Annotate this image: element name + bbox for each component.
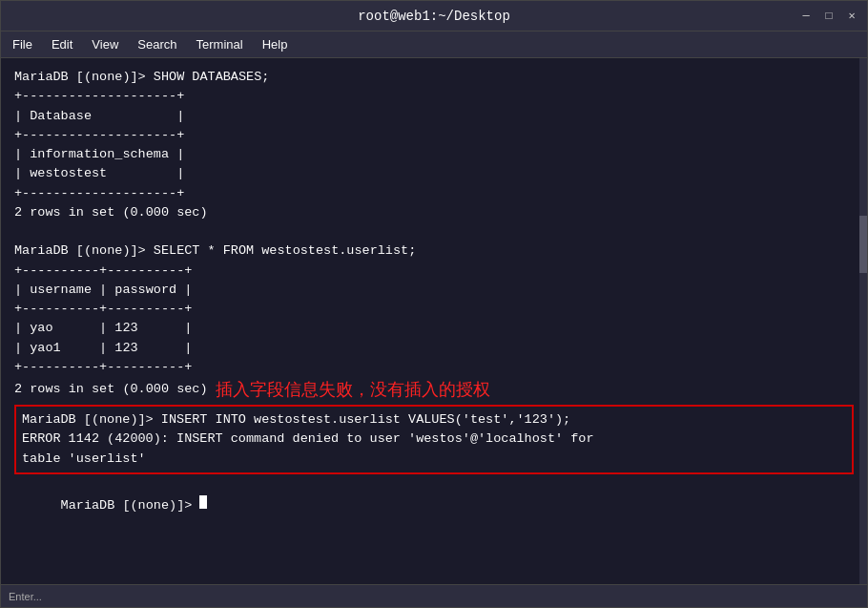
menu-terminal[interactable]: Terminal [189,35,251,53]
window-controls: — □ ✕ [798,9,859,24]
menu-help[interactable]: Help [255,35,296,53]
terminal-line: | westostest | [14,164,854,183]
error-block: MariaDB [(none)]> INSERT INTO westostest… [14,405,854,474]
terminal-line: MariaDB [(none)]> SELECT * FROM westoste… [14,241,854,261]
terminal-line: | Database | [14,107,854,126]
title-bar: root@web1:~/Desktop — □ ✕ [1,1,867,31]
scrollbar[interactable] [859,58,867,584]
terminal-line: +----------+----------+ [14,262,854,281]
terminal-line: +--------------------+ [14,184,854,203]
menu-edit[interactable]: Edit [44,35,80,53]
terminal-line: +----------+----------+ [14,300,854,319]
menu-file[interactable]: File [5,35,40,53]
error-line-2: ERROR 1142 (42000): INSERT command denie… [22,430,846,449]
close-button[interactable]: ✕ [844,9,859,24]
terminal-line: | information_schema | [14,145,854,164]
prompt-text: MariaDB [(none)]> [61,498,200,513]
terminal-line: +--------------------+ [14,87,854,106]
terminal-line: +----------+----------+ [14,358,854,377]
terminal-blank [14,222,854,241]
annotation-text: 插入字段信息失败，没有插入的授权 [216,377,490,403]
bottom-hint: Enter... [9,591,42,602]
minimize-button[interactable]: — [798,9,814,24]
terminal-body[interactable]: MariaDB [(none)]> SHOW DATABASES; +-----… [1,58,867,584]
menu-bar: File Edit View Search Terminal Help [1,31,867,58]
terminal-line: MariaDB [(none)]> SHOW DATABASES; [14,68,854,87]
terminal-line: | yao1 | 123 | [14,339,854,358]
terminal-line: | username | password | [14,281,854,300]
window-title: root@web1:~/Desktop [358,9,510,24]
terminal-result: 2 rows in set (0.000 sec) [14,203,854,222]
maximize-button[interactable]: □ [821,9,837,24]
result-annotation-row: 2 rows in set (0.000 sec) 插入字段信息失败，没有插入的… [14,377,854,403]
rows-result: 2 rows in set (0.000 sec) [14,380,208,399]
cursor-block [199,495,207,509]
scrollbar-thumb[interactable] [859,216,867,273]
error-line-1: MariaDB [(none)]> INSERT INTO westostest… [22,410,846,430]
terminal-window: root@web1:~/Desktop — □ ✕ File Edit View… [0,0,868,608]
prompt-line: MariaDB [(none)]> [14,476,854,535]
bottom-bar: Enter... [1,584,867,607]
error-line-3: table 'userlist' [22,450,846,469]
menu-view[interactable]: View [84,35,126,53]
menu-search[interactable]: Search [130,35,184,53]
terminal-line: | yao | 123 | [14,319,854,338]
terminal-line: +--------------------+ [14,126,854,145]
